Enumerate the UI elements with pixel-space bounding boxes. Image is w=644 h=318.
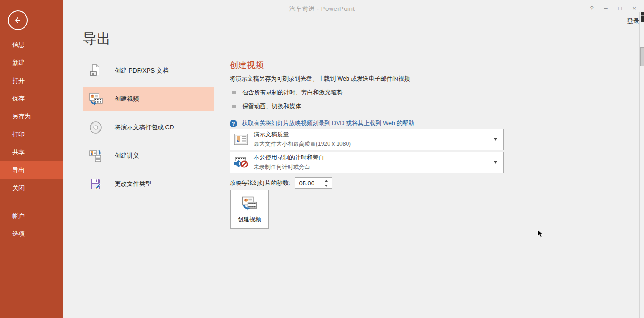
mouse-cursor — [537, 229, 544, 239]
create-video-button-icon — [240, 195, 258, 212]
window-controls: ? – □ × — [585, 3, 641, 13]
seconds-per-slide-label: 放映每张幻灯片的秒数: — [230, 179, 290, 187]
close-button[interactable]: × — [627, 3, 641, 13]
dropdown-texts: 演示文稿质量 最大文件大小和最高质量(1920 x 1080) — [254, 131, 494, 148]
sidebar-menu: 信息 新建 打开 保存 另存为 打印 共享 导出 关闭 帐户 选项 — [0, 36, 63, 243]
window-title: 汽车前进 - PowerPoint — [0, 5, 644, 13]
bullet-item: 保留动画、切换和媒体 — [230, 102, 512, 110]
chevron-down-icon — [494, 138, 497, 141]
help-question-icon: ? — [230, 120, 237, 127]
option-package-cd[interactable]: 将演示文稿打包成 CD — [83, 115, 214, 140]
panel-heading: 创建视频 — [230, 59, 512, 71]
dropdown-texts: 不要使用录制的计时和旁白 未录制任何计时或旁白 — [254, 154, 494, 171]
bullet-square-icon — [232, 105, 236, 108]
bullet-text: 保留动画、切换和媒体 — [242, 102, 301, 110]
sidebar-item-new[interactable]: 新建 — [0, 54, 63, 72]
spinner-up-icon[interactable] — [322, 178, 330, 183]
bullet-item: 包含所有录制的计时、旁白和激光笔势 — [230, 89, 512, 97]
vertical-scrollbar[interactable] — [639, 12, 644, 318]
create-video-button-label: 创建视频 — [238, 216, 261, 224]
video-quality-dropdown[interactable]: 演示文稿质量 最大文件大小和最高质量(1920 x 1080) — [230, 129, 504, 150]
content-divider — [215, 56, 215, 309]
dropdown-subtitle: 最大文件大小和最高质量(1920 x 1080) — [254, 140, 494, 148]
help-link-text[interactable]: 获取有关将幻灯片放映视频刻录到 DVD 或将其上载到 Web 的帮助 — [242, 119, 414, 127]
sidebar-item-close[interactable]: 关闭 — [0, 179, 63, 197]
page-title: 导出 — [83, 29, 111, 49]
dropdown-subtitle: 未录制任何计时或旁白 — [254, 163, 494, 171]
option-create-video[interactable]: 创建视频 — [83, 87, 214, 111]
sidebar-item-save[interactable]: 保存 — [0, 90, 63, 108]
sidebar-item-print[interactable]: 打印 — [0, 126, 63, 143]
export-options-list: 创建 PDF/XPS 文档 创建视频 — [83, 59, 214, 200]
create-handouts-icon — [88, 148, 103, 163]
scrollbar-top-marker — [641, 12, 644, 22]
option-label: 创建视频 — [115, 95, 139, 103]
spinner-buttons — [322, 178, 330, 188]
sidebar-item-export[interactable]: 导出 — [0, 161, 63, 179]
option-label: 将演示文稿打包成 CD — [115, 123, 174, 132]
option-label: 创建讲义 — [115, 151, 139, 160]
presentation-quality-icon — [233, 132, 249, 148]
back-arrow-icon — [12, 15, 24, 26]
help-link-row[interactable]: ? 获取有关将幻灯片放映视频刻录到 DVD 或将其上载到 Web 的帮助 — [230, 119, 512, 127]
sidebar-item-info[interactable]: 信息 — [0, 36, 63, 54]
package-cd-icon — [88, 120, 103, 135]
sign-in-link[interactable]: 登录 — [627, 17, 639, 25]
minimize-button[interactable]: – — [599, 3, 613, 13]
option-create-pdf-xps[interactable]: 创建 PDF/XPS 文档 — [83, 59, 214, 83]
dropdown-title: 演示文稿质量 — [254, 131, 494, 139]
bullet-square-icon — [232, 91, 236, 94]
option-label: 创建 PDF/XPS 文档 — [115, 67, 169, 75]
sidebar-item-saveas[interactable]: 另存为 — [0, 108, 63, 126]
create-video-panel: 创建视频 将演示文稿另存为可刻录到光盘、上载到 Web 或发送电子邮件的视频 包… — [230, 59, 512, 127]
sidebar-divider — [12, 202, 50, 202]
help-button[interactable]: ? — [585, 3, 599, 13]
option-change-file-type[interactable]: 更改文件类型 — [83, 172, 214, 196]
sidebar-item-open[interactable]: 打开 — [0, 72, 63, 90]
spinner-down-icon[interactable] — [322, 183, 330, 188]
sidebar-item-share[interactable]: 共享 — [0, 143, 63, 161]
sidebar-item-account[interactable]: 帐户 — [0, 207, 63, 225]
back-button[interactable] — [8, 10, 28, 30]
bullet-text: 包含所有录制的计时、旁白和激光笔势 — [242, 89, 343, 97]
option-label: 更改文件类型 — [115, 180, 151, 188]
dropdown-title: 不要使用录制的计时和旁白 — [254, 154, 494, 162]
create-video-icon — [88, 92, 103, 107]
timings-narrations-dropdown[interactable]: 不要使用录制的计时和旁白 未录制任何计时或旁白 — [230, 152, 504, 173]
seconds-per-slide-row: 放映每张幻灯片的秒数: — [230, 177, 332, 189]
seconds-spinbox — [295, 177, 332, 189]
create-video-button[interactable]: 创建视频 — [230, 190, 269, 229]
sidebar-item-options[interactable]: 选项 — [0, 225, 63, 243]
chevron-down-icon — [494, 161, 497, 164]
no-recorded-timings-icon — [233, 155, 249, 171]
scrollbar-thumb[interactable] — [640, 47, 644, 66]
panel-description: 将演示文稿另存为可刻录到光盘、上载到 Web 或发送电子邮件的视频 — [230, 75, 512, 83]
change-file-type-icon — [88, 176, 103, 192]
option-create-handouts[interactable]: 创建讲义 — [83, 143, 214, 168]
maximize-button[interactable]: □ — [613, 3, 627, 13]
backstage-sidebar: 信息 新建 打开 保存 另存为 打印 共享 导出 关闭 帐户 选项 — [0, 0, 63, 318]
pdf-xps-document-icon — [88, 63, 103, 78]
seconds-input[interactable] — [295, 178, 322, 188]
